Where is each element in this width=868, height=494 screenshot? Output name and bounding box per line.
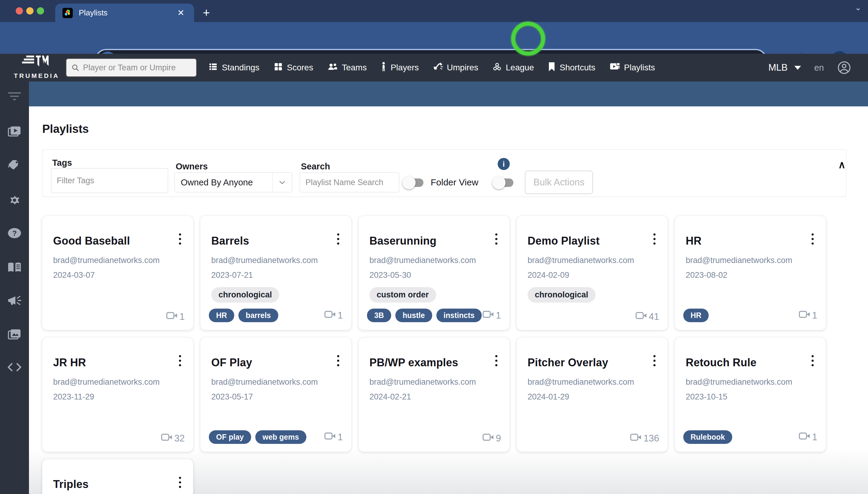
tab-search-chevron-icon[interactable]: ⌄ [855,3,861,12]
playlist-tag[interactable]: HR [209,309,234,322]
card-menu-button[interactable] [176,353,184,368]
filter-icon[interactable] [0,92,29,100]
code-icon[interactable] [0,362,29,372]
page-title: Playlists [42,122,89,136]
card-footer: Rulebook1 [683,430,817,444]
language-selector[interactable]: en [814,63,824,73]
card-menu-button[interactable] [492,232,500,246]
minimize-window-button[interactable] [26,7,34,15]
bulk-actions-button[interactable]: Bulk Actions [525,171,593,194]
card-menu-button[interactable] [809,232,817,246]
card-menu-button[interactable] [492,353,500,368]
nav-item-league[interactable]: League [492,62,534,74]
playlist-date: 2023-07-21 [211,270,340,280]
video-count-value: 1 [338,310,343,321]
close-tab-icon[interactable]: ✕ [175,7,187,18]
order-tag: chronological [528,287,595,303]
nav-item-label: Playlists [624,63,655,73]
playlist-tag[interactable]: barrels [238,309,278,322]
card-menu-button[interactable] [809,353,817,368]
search-icon [71,63,79,72]
new-tab-button[interactable]: + [203,7,210,19]
nav-item-umpires[interactable]: Umpires [433,62,478,74]
playlist-tag[interactable]: Rulebook [683,430,732,444]
global-search[interactable] [66,58,197,77]
card-menu-button[interactable] [176,232,184,246]
video-count-value: 1 [338,432,343,443]
playlist-tag[interactable]: instincts [436,309,482,322]
nav-item-playlists[interactable]: Playlists [609,62,655,74]
card-footer: 41 [525,311,659,322]
megaphone-icon[interactable] [0,295,29,306]
playlist-owner: brad@trumedianetworks.com [211,256,340,265]
nav-item-shortcuts[interactable]: Shortcuts [548,62,595,74]
window-controls[interactable] [16,7,44,15]
tags-icon[interactable] [0,159,29,171]
card-menu-button[interactable] [650,232,658,246]
card-menu-button[interactable] [334,353,342,368]
card-menu-button[interactable] [176,475,184,490]
owners-select[interactable]: Owned By Anyone [174,172,292,192]
card-footer: 32 [51,433,185,444]
video-camera-icon [799,432,810,443]
trumedia-logo-icon [22,55,51,71]
user-profile-icon[interactable] [837,61,851,75]
video-count-value: 9 [496,433,501,444]
playlist-card[interactable]: HRbrad@trumedianetworks.com2023-08-02HR1 [675,216,826,330]
playlist-search-input[interactable] [300,172,399,192]
gallery-icon[interactable] [0,328,29,341]
video-count: 41 [636,311,659,322]
playlist-owner: brad@trumedianetworks.com [211,377,340,387]
tag-row: HR [683,309,709,322]
league-selector[interactable]: MLB [768,62,801,73]
trumedia-wordmark: TRUMEDIA [14,72,59,79]
standings-icon [208,62,218,74]
collapse-filters-icon[interactable]: ∧ [838,158,846,171]
tag-row: 3Bhustleinstincts [367,309,482,322]
playlist-card[interactable]: Retouch Rulebrad@trumedianetworks.com202… [675,338,826,452]
tag-row: HRbarrels [209,309,278,322]
playlist-tag[interactable]: 3B [367,309,391,322]
info-icon[interactable] [498,158,510,170]
playlist-card[interactable]: PB/WP examplesbrad@trumedianetworks.com2… [358,338,510,452]
playlist-card[interactable]: Demo Playlistbrad@trumedianetworks.com20… [517,216,668,330]
video-count: 1 [324,432,343,443]
gear-icon[interactable] [0,193,29,207]
video-playlist-icon[interactable] [0,126,29,138]
playlist-card[interactable]: JR HRbrad@trumedianetworks.com2023-11-29… [42,338,193,452]
video-camera-icon [636,311,647,322]
nav-item-scores[interactable]: Scores [273,62,313,74]
playlist-card[interactable]: Baserunningbrad@trumedianetworks.com2023… [358,216,510,330]
global-search-input[interactable] [83,63,191,73]
playlist-card[interactable]: Barrelsbrad@trumedianetworks.com2023-07-… [200,216,351,330]
playlist-title: Pitcher Overlay [528,356,657,369]
nav-item-players[interactable]: Players [380,62,419,74]
playlist-tag[interactable]: HR [683,309,709,322]
help-icon[interactable]: ? [0,227,29,239]
playlist-tag[interactable]: web gems [255,430,306,444]
playlist-card[interactable]: Good Baseballbrad@trumedianetworks.com20… [42,216,193,330]
playlist-tag[interactable]: OF play [209,430,251,444]
book-icon[interactable] [0,262,29,273]
playlist-title: Baserunning [370,235,498,247]
bulk-actions-toggle[interactable] [494,177,513,188]
owners-label: Owners [176,162,208,172]
scores-icon [273,62,283,74]
playlist-card[interactable]: Pitcher Overlaybrad@trumedianetworks.com… [517,338,668,452]
filter-tags-input[interactable] [51,168,168,193]
browser-tab[interactable]: Playlists ✕ [55,4,194,22]
nav-item-teams[interactable]: Teams [327,62,367,74]
playlist-date: 2023-05-30 [370,270,498,280]
card-footer: 9 [367,433,501,444]
card-menu-button[interactable] [334,232,342,246]
maximize-window-button[interactable] [37,7,44,15]
trumedia-logo[interactable]: TRUMEDIA [14,55,59,79]
card-menu-button[interactable] [650,353,658,368]
nav-item-standings[interactable]: Standings [208,62,260,74]
playlist-card[interactable]: Triplesbrad@trumedianetworks.com [42,459,193,494]
playlist-card[interactable]: OF Playbrad@trumedianetworks.com2023-05-… [200,338,351,452]
playlist-tag[interactable]: hustle [395,309,432,322]
folder-view-toggle[interactable] [404,177,423,188]
video-count-value: 1 [496,310,501,321]
close-window-button[interactable] [16,7,23,15]
